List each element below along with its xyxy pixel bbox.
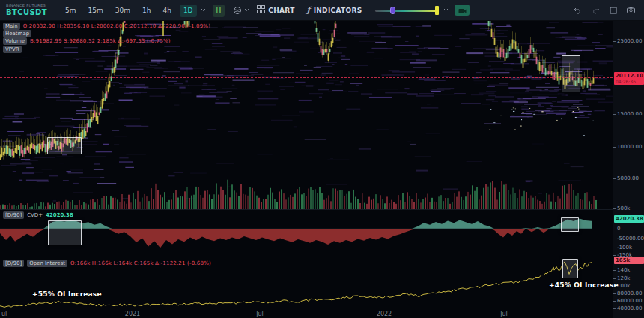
chevron-down-icon[interactable]: [443, 8, 449, 14]
candle-countdown: 04:26:36: [616, 79, 643, 84]
chevron-down-icon[interactable]: [243, 8, 249, 14]
time-axis-label: ul: [1, 310, 7, 317]
redo-icon[interactable]: [592, 7, 600, 14]
grid-icon: [257, 5, 265, 15]
time-axis-label: Jul: [500, 310, 508, 317]
slider-handle-purple[interactable]: [390, 7, 395, 14]
main-badge[interactable]: Main: [3, 22, 20, 30]
axis-label: 60000.00: [617, 298, 642, 304]
highlight-box[interactable]: [47, 137, 82, 154]
vpvr-badge[interactable]: VPVR: [3, 46, 22, 53]
volume-stats-text: B:91982.99 S:92680.52 Σ:185k Δ:-697.53 (…: [30, 38, 171, 44]
axis-label: -100k: [617, 244, 632, 250]
axis-label: -50000.00: [617, 236, 644, 242]
slider-track: [375, 10, 438, 12]
timeframe-button-1d[interactable]: 1D: [180, 4, 197, 16]
record-button[interactable]: [455, 4, 470, 16]
fullscreen-icon[interactable]: [610, 7, 617, 14]
last-price-badge: 20112.10 04:26:36: [614, 72, 644, 85]
timeframe-button-4h[interactable]: 4h: [159, 4, 174, 16]
volume-badge[interactable]: Volume: [3, 38, 27, 45]
heatmap-toggle-button[interactable]: H: [213, 4, 225, 16]
axis-label: 120k: [617, 275, 630, 281]
axis-label: 0: [617, 226, 620, 232]
axis-label: 80000.00: [617, 290, 642, 296]
chevron-down-icon[interactable]: [201, 8, 207, 14]
axis-label: 15000.00: [617, 111, 642, 117]
highlight-box[interactable]: [561, 218, 579, 232]
highlight-box[interactable]: [562, 259, 578, 278]
axis-label: 40000.00: [617, 305, 642, 311]
heatmap-intensity-slider[interactable]: [375, 5, 438, 16]
price-axis[interactable]: 20112.10 04:26:36 42020.38 165k 25000.00…: [613, 21, 644, 318]
chart-button[interactable]: CHART: [257, 5, 294, 15]
axis-label: 500k: [617, 206, 630, 212]
chart-area[interactable]: Main O:20332.90 H:20356.10 L:20002.80 C:…: [0, 21, 644, 318]
time-axis-label: 2022: [377, 310, 392, 317]
timeframe-button-1h[interactable]: 1h: [139, 4, 154, 16]
toolbar-right-icons: [574, 7, 638, 14]
snapshot-camera-icon[interactable]: [627, 7, 635, 14]
axis-label: 5000.00: [617, 176, 639, 182]
camera-icon: [458, 3, 467, 17]
vpvr-legend-row: VPVR: [3, 46, 22, 53]
chart-button-label: CHART: [268, 7, 294, 14]
exchange-label: BINANCE FUTURES: [6, 4, 47, 8]
main-ohlc-text: O:20332.90 H:20356.10 L:20002.80 C:20112…: [23, 23, 210, 29]
undo-icon[interactable]: [574, 7, 582, 14]
highlight-box[interactable]: [48, 220, 82, 245]
last-price-line: [0, 77, 613, 78]
cvd-legend-row: [D/90] CVD+ 42020.38: [3, 212, 73, 219]
oi-ohlc-text: O:166k H:166k L:164k C:165k Δ:-1122.21 (…: [70, 260, 211, 266]
heatmap-badge[interactable]: Heatmap: [3, 30, 31, 38]
highlight-box[interactable]: [562, 56, 580, 92]
cvd-name: CVD+: [27, 212, 43, 218]
volume-legend-row: Volume B:91982.99 S:92680.52 Σ:185k Δ:-6…: [3, 38, 171, 45]
oi-period-badge[interactable]: [D/90]: [3, 260, 24, 267]
toolbar: BINANCE FUTURES BTCUSDT 5m15m30m1h4h1D H: [0, 0, 644, 21]
axis-label: 10000.00: [617, 144, 642, 150]
indicators-button[interactable]: ƒ INDICATORS: [307, 5, 362, 15]
timeframe-button-15m[interactable]: 15m: [85, 4, 107, 16]
axis-label: 140k: [617, 267, 630, 273]
oi-increase-annotation-left: +55% OI Increase: [32, 290, 102, 298]
time-axis-label: 2021: [125, 310, 140, 317]
heatmap-legend-row: Heatmap: [3, 30, 31, 38]
pane-separator[interactable]: [0, 256, 644, 257]
indicators-button-label: INDICATORS: [314, 7, 362, 14]
timeframe-group: 5m15m30m1h4h1D: [59, 4, 199, 16]
symbol-block[interactable]: BINANCE FUTURES BTCUSDT: [6, 4, 47, 16]
main-legend-row: Main O:20332.90 H:20356.10 L:20002.80 C:…: [3, 22, 210, 30]
trading-app: BINANCE FUTURES BTCUSDT 5m15m30m1h4h1D H: [0, 0, 644, 318]
axis-label: 100k: [617, 283, 630, 289]
oi-name-badge: Open Interest: [27, 260, 67, 267]
time-axis-label: Jul: [256, 310, 264, 317]
oi-value-badge: 165k: [614, 256, 644, 264]
last-price-value: 20112.10: [616, 73, 643, 79]
oi-legend-row: [D/90] Open Interest O:166k H:166k L:164…: [3, 260, 211, 267]
cvd-value: 42020.38: [46, 212, 73, 218]
cvd-period-badge[interactable]: [D/90]: [3, 212, 24, 219]
symbol-label: BTCUSDT: [6, 9, 47, 16]
slider-handle-yellow[interactable]: [435, 6, 439, 15]
display-settings-icon[interactable]: [233, 6, 242, 15]
fx-icon: ƒ: [307, 5, 311, 15]
main-chart-canvas[interactable]: [0, 21, 613, 318]
cvd-value-badge: 42020.38: [614, 215, 644, 223]
axis-label: 25000.00: [617, 38, 642, 44]
pane-separator[interactable]: [0, 209, 644, 210]
timeframe-button-30m[interactable]: 30m: [112, 4, 134, 16]
timeframe-button-5m[interactable]: 5m: [61, 4, 80, 16]
oi-increase-annotation-right: +45% OI Increase: [549, 281, 619, 289]
